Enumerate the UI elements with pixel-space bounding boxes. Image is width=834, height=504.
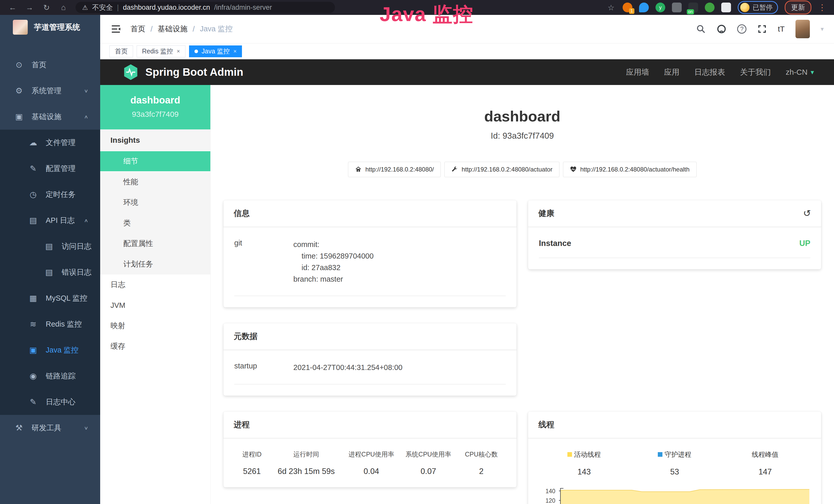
sba-brand-title[interactable]: Spring Boot Admin [146, 66, 243, 78]
sidebar-item-config[interactable]: ✎ 配置管理 [0, 156, 100, 182]
tab-home[interactable]: 首页 [109, 45, 133, 57]
sidebar-item-mysql[interactable]: ▦ MySQL 监控 [0, 285, 100, 311]
service-url-button[interactable]: http://192.168.0.2:48080/ [348, 162, 441, 177]
process-value-syscpu: 0.07 [400, 467, 457, 476]
side-item-configprops[interactable]: 配置属性 [100, 233, 211, 254]
extension-switch-icon[interactable]: on [688, 3, 698, 12]
sidebar-fold-icon[interactable] [110, 24, 121, 35]
sidebar-item-label: 日志中心 [46, 397, 75, 407]
extension-green-icon[interactable]: y [656, 3, 665, 12]
instance-sidebar: dashboard 93a3fc7f7409 Insights 细节 性能 环境… [100, 85, 211, 504]
address-bar[interactable]: ⚠ 不安全 | dashboard.yudao.iocoder.cn/infra… [75, 2, 335, 13]
sidebar-item-access-log[interactable]: ▤ 访问日志 [0, 233, 100, 259]
sba-nav-wallboard[interactable]: 应用墙 [626, 67, 649, 77]
breadcrumb-home[interactable]: 首页 [130, 24, 146, 34]
extension-grid-icon[interactable] [672, 3, 682, 12]
sba-nav-applications[interactable]: 应用 [664, 67, 679, 77]
app-logo-avatar [13, 20, 28, 35]
side-item-environment[interactable]: 环境 [100, 192, 211, 213]
sba-nav-about[interactable]: 关于我们 [740, 67, 771, 77]
close-icon[interactable]: × [234, 48, 237, 55]
breadcrumb-infra[interactable]: 基础设施 [158, 24, 188, 34]
browser-forward-icon[interactable]: → [25, 3, 35, 12]
sidebar-item-system[interactable]: ⚙ 系统管理 ∨ [0, 78, 100, 104]
search-icon[interactable] [696, 24, 706, 34]
instance-header[interactable]: dashboard 93a3fc7f7409 [100, 85, 211, 130]
sidebar-item-label: 首页 [31, 60, 46, 70]
profile-paused-chip[interactable]: 已暂停 [738, 1, 778, 14]
sba-body: dashboard 93a3fc7f7409 Insights 细节 性能 环境… [100, 85, 834, 504]
sidebar-item-devtools[interactable]: ⚒ 研发工具 ∨ [0, 415, 100, 441]
sidebar-item-api-log[interactable]: ▤ API 日志 ∧ [0, 207, 100, 233]
actuator-url-button[interactable]: http://192.168.0.2:48080/actuator [444, 162, 559, 177]
sidebar-item-tracing[interactable]: ◉ 链路追踪 [0, 363, 100, 389]
tab-redis-monitor[interactable]: Redis 监控 × [137, 45, 185, 57]
process-header-cores: CPU核心数 [457, 450, 506, 459]
process-table: 进程ID 运行时间 进程CPU使用率 系统CPU使用率 CPU核心数 5261 … [234, 450, 506, 476]
extension-on-badge: on [687, 9, 694, 15]
extensions-puzzle-icon[interactable] [721, 3, 731, 12]
git-branch-line: branch: master [293, 273, 506, 285]
daemon-threads-value: 53 [629, 467, 720, 477]
sidebar-item-error-log[interactable]: ▤ 错误日志 [0, 259, 100, 285]
process-value-pid: 5261 [234, 467, 269, 476]
card-title: 进程 [234, 419, 250, 430]
log-icon: ▤ [28, 216, 38, 225]
sidebar-item-label: 链路追踪 [46, 371, 75, 381]
side-item-metrics[interactable]: 性能 [100, 172, 211, 192]
peak-threads-value: 147 [720, 467, 810, 477]
card-title: 元数据 [234, 331, 258, 342]
sidebar-item-home[interactable]: ⊙ 首页 [0, 52, 100, 78]
browser-reload-icon[interactable]: ↻ [42, 3, 51, 12]
extension-orange-icon[interactable]: 1 [622, 3, 632, 12]
spring-boot-admin-logo[interactable] [123, 64, 138, 81]
active-dot [194, 49, 198, 53]
extension-leaf-icon[interactable] [705, 3, 715, 12]
sba-nav-journal[interactable]: 日志报表 [694, 67, 725, 77]
user-avatar[interactable] [795, 20, 810, 38]
sidebar-item-infra[interactable]: ▣ 基础设施 ∧ [0, 104, 100, 130]
sidebar-item-redis[interactable]: ≋ Redis 监控 [0, 311, 100, 337]
side-item-jvm[interactable]: JVM [100, 295, 211, 316]
health-instance-row[interactable]: Instance UP [539, 239, 810, 258]
security-label[interactable]: 不安全 [92, 3, 113, 12]
history-icon[interactable]: ↺ [803, 208, 811, 219]
edit-icon: ✎ [28, 397, 38, 407]
sidebar-item-java-monitor[interactable]: ▣ Java 监控 [0, 337, 100, 363]
bookmark-star-icon[interactable]: ☆ [606, 3, 616, 12]
sidebar-item-label: API 日志 [46, 215, 75, 226]
sba-locale-select[interactable]: zh-CN ▾ [786, 68, 814, 76]
side-item-scheduled-tasks[interactable]: 计划任务 [100, 254, 211, 274]
chrome-update-button[interactable]: 更新 [785, 1, 811, 15]
info-card: 信息 git commit: time: 1596289704000 id: 2… [223, 200, 517, 307]
github-icon[interactable] [717, 24, 726, 34]
help-icon[interactable]: ? [737, 24, 746, 33]
side-item-caches[interactable]: 缓存 [100, 336, 211, 357]
chevron-up-icon: ∧ [84, 218, 88, 223]
side-item-details[interactable]: 细节 [100, 151, 211, 172]
user-caret-icon[interactable]: ▾ [821, 25, 824, 32]
fullscreen-icon[interactable] [757, 24, 767, 34]
side-item-classes[interactable]: 类 [100, 213, 211, 233]
sidebar-item-label: 系统管理 [31, 86, 61, 96]
close-icon[interactable]: × [177, 48, 180, 55]
extension-pin-icon[interactable] [639, 3, 649, 12]
status-badge: UP [799, 239, 810, 248]
browser-back-icon[interactable]: ← [8, 3, 18, 12]
breadcrumb-current: Java 监控 [200, 24, 233, 34]
info-key: git [234, 239, 293, 285]
health-url-button[interactable]: http://192.168.0.2:48080/actuator/health [563, 162, 697, 177]
tab-java-monitor[interactable]: Java 监控 × [189, 45, 242, 57]
log-icon: ▤ [44, 242, 54, 251]
sidebar-item-jobs[interactable]: ◷ 定时任务 [0, 182, 100, 207]
sidebar-item-log-center[interactable]: ✎ 日志中心 [0, 389, 100, 415]
app-logo-row[interactable]: 芋道管理系统 [0, 15, 100, 40]
side-item-logs[interactable]: 日志 [100, 274, 211, 295]
browser-home-icon[interactable]: ⌂ [59, 3, 68, 12]
text-size-icon[interactable]: tT [778, 25, 785, 33]
threads-legend: 活动线程 守护进程 线程峰值 143 53 147 [539, 450, 810, 477]
side-item-mappings[interactable]: 映射 [100, 316, 211, 336]
browser-menu-icon[interactable]: ⋮ [818, 3, 826, 12]
sidebar-item-files[interactable]: ☁ 文件管理 [0, 130, 100, 156]
threads-chart-plot[interactable] [559, 487, 810, 504]
